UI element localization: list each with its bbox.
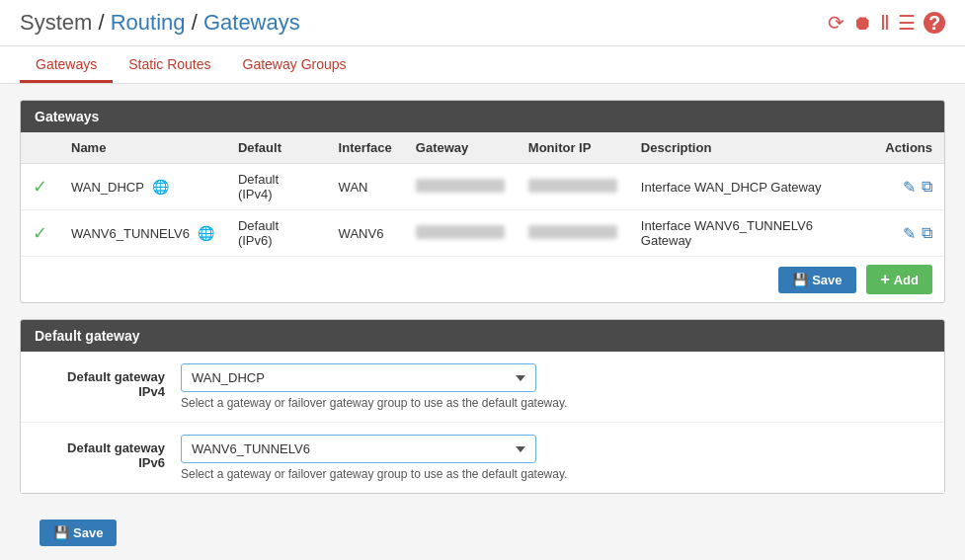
save-button[interactable]: 💾 Save [778,267,855,293]
refresh-icon[interactable]: ⟳ [828,11,844,35]
save-icon: 💾 [792,273,808,287]
col-actions: Actions [873,132,944,164]
gateways-section: Gateways Name Default Interface Gateway … [20,100,945,303]
col-description: Description [629,132,874,164]
interface-cell-2: WANV6 [327,210,404,257]
ipv4-select[interactable]: WAN_DHCP WANV6_TUNNELV6 [181,363,536,392]
plus-icon: + [880,271,889,288]
bottom-save-icon: 💾 [53,525,69,540]
system-link[interactable]: System [20,10,92,35]
globe-icon-2: 🌐 [198,225,214,241]
bar-chart-icon[interactable]: Ⅱ [880,11,890,35]
ipv6-row: Default gateway IPv6 WAN_DHCP WANV6_TUNN… [21,423,944,493]
monitor-ip-cell-2 [517,210,629,257]
add-button[interactable]: + Add [866,265,932,294]
gateways-title: Gateways [203,10,300,35]
tabs-bar: Gateways Static Routes Gateway Groups [0,46,965,84]
gateways-table: Name Default Interface Gateway Monitor I… [21,132,944,256]
table-row: ✓ WANV6_TUNNELV6 🌐 Default (IPv6) WANV6 … [21,210,944,257]
ipv6-help: Select a gateway or failover gateway gro… [181,467,928,481]
ipv4-help: Select a gateway or failover gateway gro… [181,396,928,410]
check-icon-2: ✓ [33,223,47,243]
table-actions: 💾 Save + Add [21,256,944,302]
col-interface: Interface [327,132,404,164]
gateway-cell-1 [404,164,517,210]
check-cell-2: ✓ [21,210,59,257]
monitor-ip-cell-1 [517,164,629,210]
col-default: Default [226,132,327,164]
bottom-actions: 💾 Save [20,510,945,556]
breadcrumb: System / Routing / Gateways [20,10,300,36]
col-name [21,132,59,164]
interface-cell-1: WAN [327,164,404,210]
sep2: / [192,10,203,35]
globe-icon-1: 🌐 [152,179,169,195]
default-gateway-section: Default gateway Default gateway IPv4 WAN… [20,319,945,494]
tab-gateway-groups[interactable]: Gateway Groups [227,46,362,83]
actions-cell-1: ✎ ⧉ [873,164,944,210]
record-icon[interactable]: ⏺ [852,12,872,35]
gateways-section-header: Gateways [21,101,944,132]
name-cell: WAN_DHCP 🌐 [59,164,226,210]
default-gateway-body: Default gateway IPv4 WAN_DHCP WANV6_TUNN… [21,352,944,493]
table-row: ✓ WAN_DHCP 🌐 Default (IPv4) WAN Interfac… [21,164,944,210]
default-cell-2: Default (IPv6) [226,210,327,257]
help-icon[interactable]: ? [924,12,945,34]
sep1: / [98,10,110,35]
col-name-header: Name [59,132,226,164]
col-gateway: Gateway [404,132,517,164]
gateway-name-2: WANV6_TUNNELV6 [71,226,190,241]
list-icon[interactable]: ☰ [898,11,916,35]
tab-static-routes[interactable]: Static Routes [113,46,226,83]
ipv4-label: Default gateway IPv4 [37,363,165,399]
gateway-cell-2 [404,210,517,257]
description-cell-2: Interface WANV6_TUNNELV6 Gateway [629,210,874,257]
edit-icon-2[interactable]: ✎ [903,224,916,243]
default-gateway-header: Default gateway [21,320,944,352]
edit-icon-1[interactable]: ✎ [903,178,916,197]
default-cell-1: Default (IPv4) [226,164,327,210]
name-cell-2: WANV6_TUNNELV6 🌐 [59,210,226,257]
bottom-save-button[interactable]: 💾 Save [40,520,117,546]
check-icon: ✓ [33,177,47,197]
ipv4-field: WAN_DHCP WANV6_TUNNELV6 Select a gateway… [181,363,928,410]
ipv6-select[interactable]: WAN_DHCP WANV6_TUNNELV6 [181,435,536,463]
header: System / Routing / Gateways ⟳ ⏺ Ⅱ ☰ ? [0,0,965,46]
copy-icon-2[interactable]: ⧉ [922,224,932,242]
ipv6-label: Default gateway IPv6 [37,435,165,470]
description-cell-1: Interface WAN_DHCP Gateway [629,164,874,210]
ipv4-row: Default gateway IPv4 WAN_DHCP WANV6_TUNN… [21,352,944,423]
actions-cell-2: ✎ ⧉ [873,210,944,257]
check-cell: ✓ [21,164,59,210]
col-monitor-ip: Monitor IP [517,132,629,164]
tab-gateways[interactable]: Gateways [20,46,113,83]
gateway-name-1: WAN_DHCP [71,180,144,195]
routing-link[interactable]: Routing [111,10,186,35]
copy-icon-1[interactable]: ⧉ [922,178,932,196]
header-icons: ⟳ ⏺ Ⅱ ☰ ? [828,11,945,35]
main-content: Gateways Name Default Interface Gateway … [0,84,965,560]
ipv6-field: WAN_DHCP WANV6_TUNNELV6 Select a gateway… [181,435,928,481]
